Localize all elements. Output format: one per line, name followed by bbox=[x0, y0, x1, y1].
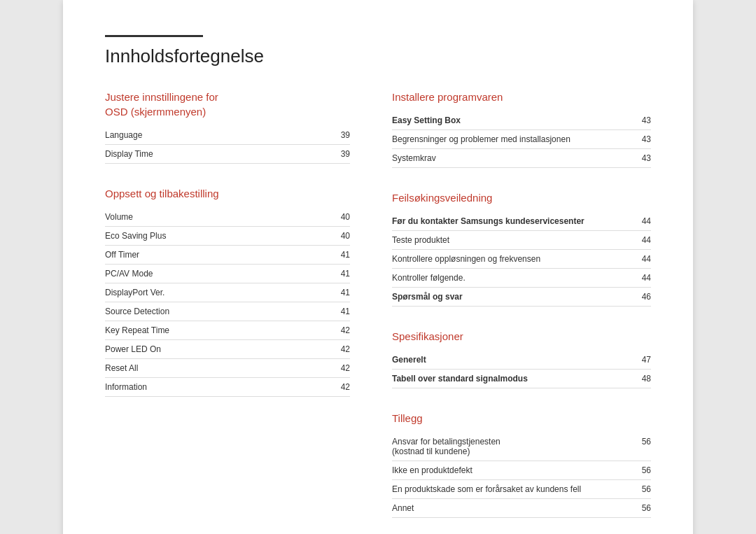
list-item: Power LED On 42 bbox=[105, 340, 350, 359]
item-label: Off Timer bbox=[105, 250, 341, 260]
section-tillegg: Tillegg Ansvar for betalingstjenesten(ko… bbox=[392, 411, 651, 518]
item-label: Display Time bbox=[105, 149, 341, 159]
item-label: Spørsmål og svar bbox=[392, 292, 642, 302]
item-page: 43 bbox=[642, 134, 651, 144]
item-label: Ansvar for betalingstjenesten(kostnad ti… bbox=[392, 437, 500, 456]
item-label: PC/AV Mode bbox=[105, 269, 341, 279]
item-label: Language bbox=[105, 130, 341, 140]
content-area: Justere innstillingene forOSD (skjermmen… bbox=[105, 90, 651, 534]
item-page: 47 bbox=[642, 355, 651, 365]
item-page: 44 bbox=[642, 216, 651, 226]
page-container: Innholdsfortegnelse Justere innstillinge… bbox=[63, 0, 693, 534]
list-item: Display Time 39 bbox=[105, 145, 350, 164]
left-column: Justere innstillingene forOSD (skjermmen… bbox=[105, 90, 378, 534]
section-title-tillegg: Tillegg bbox=[392, 411, 651, 426]
list-item: Generelt 47 bbox=[392, 351, 651, 370]
section-feilsoking: Feilsøkingsveiledning Før du kontakter S… bbox=[392, 190, 651, 307]
section-title-feilsoking: Feilsøkingsveiledning bbox=[392, 190, 651, 205]
list-item: Før du kontakter Samsungs kundeservicese… bbox=[392, 212, 651, 231]
section-oppsett: Oppsett og tilbakestilling Volume 40 Eco… bbox=[105, 186, 350, 397]
item-label: DisplayPort Ver. bbox=[105, 288, 341, 297]
list-item: Reset All 42 bbox=[105, 359, 350, 378]
item-page: 56 bbox=[642, 437, 651, 456]
item-page: 43 bbox=[642, 153, 651, 163]
section-title-installere: Installere programvaren bbox=[392, 90, 651, 104]
item-label: Generelt bbox=[392, 355, 642, 365]
item-label: Power LED On bbox=[105, 344, 341, 354]
list-item: Volume 40 bbox=[105, 208, 350, 227]
list-item: DisplayPort Ver. 41 bbox=[105, 283, 350, 302]
section-spesifikasjoner: Spesifikasjoner Generelt 47 Tabell over … bbox=[392, 329, 651, 388]
item-page: 44 bbox=[642, 254, 651, 264]
item-page: 46 bbox=[642, 292, 651, 302]
list-item: Annet 56 bbox=[392, 499, 651, 518]
item-label: Kontrollere oppløsningen og frekvensen bbox=[392, 254, 642, 264]
item-page: 40 bbox=[341, 231, 350, 241]
item-page: 43 bbox=[642, 115, 651, 125]
item-row: Ansvar for betalingstjenesten(kostnad ti… bbox=[392, 437, 651, 456]
item-label: Annet bbox=[392, 503, 642, 513]
section-title-osd: Justere innstillingene forOSD (skjermmen… bbox=[105, 90, 350, 119]
item-label: Reset All bbox=[105, 363, 341, 373]
list-item: Systemkrav 43 bbox=[392, 149, 651, 168]
section-title-spesifikasjoner: Spesifikasjoner bbox=[392, 329, 651, 344]
item-page: 39 bbox=[341, 149, 350, 159]
item-page: 41 bbox=[341, 288, 350, 297]
list-item: Eco Saving Plus 40 bbox=[105, 227, 350, 246]
item-label: Volume bbox=[105, 212, 341, 222]
item-page: 42 bbox=[341, 344, 350, 354]
item-page: 56 bbox=[642, 484, 651, 494]
list-item: Kontrollere oppløsningen og frekvensen 4… bbox=[392, 250, 651, 269]
item-label: Teste produktet bbox=[392, 235, 642, 245]
title-bar bbox=[105, 35, 203, 37]
item-label: Begrensninger og problemer med installas… bbox=[392, 134, 642, 144]
list-item: Begrensninger og problemer med installas… bbox=[392, 130, 651, 149]
item-page: 41 bbox=[341, 307, 350, 316]
list-item: PC/AV Mode 41 bbox=[105, 265, 350, 283]
item-label: En produktskade som er forårsaket av kun… bbox=[392, 484, 642, 494]
item-page: 41 bbox=[341, 250, 350, 260]
list-item: En produktskade som er forårsaket av kun… bbox=[392, 480, 651, 499]
item-label: Før du kontakter Samsungs kundeservicese… bbox=[392, 216, 642, 226]
list-item: Easy Setting Box 43 bbox=[392, 111, 651, 130]
list-item: Key Repeat Time 42 bbox=[105, 321, 350, 340]
item-label: Easy Setting Box bbox=[392, 115, 642, 125]
right-column: Installere programvaren Easy Setting Box… bbox=[378, 90, 651, 534]
item-label: Source Detection bbox=[105, 307, 341, 316]
item-label: Information bbox=[105, 382, 341, 392]
item-page: 42 bbox=[341, 363, 350, 373]
item-label: Key Repeat Time bbox=[105, 325, 341, 335]
section-osd: Justere innstillingene forOSD (skjermmen… bbox=[105, 90, 350, 164]
item-page: 40 bbox=[341, 212, 350, 222]
section-installere: Installere programvaren Easy Setting Box… bbox=[392, 90, 651, 168]
item-label: Tabell over standard signalmodus bbox=[392, 374, 642, 384]
list-item: Ansvar for betalingstjenesten(kostnad ti… bbox=[392, 433, 651, 461]
item-page: 44 bbox=[642, 235, 651, 245]
item-label: Ikke en produktdefekt bbox=[392, 465, 642, 475]
list-item: Kontroller følgende. 44 bbox=[392, 269, 651, 288]
list-item: Ikke en produktdefekt 56 bbox=[392, 461, 651, 480]
item-label: Systemkrav bbox=[392, 153, 642, 163]
list-item: Language 39 bbox=[105, 126, 350, 145]
list-item: Spørsmål og svar 46 bbox=[392, 288, 651, 307]
item-page: 44 bbox=[642, 273, 651, 283]
list-item: Teste produktet 44 bbox=[392, 231, 651, 250]
item-page: 56 bbox=[642, 465, 651, 475]
item-page: 42 bbox=[341, 325, 350, 335]
item-label: Kontroller følgende. bbox=[392, 273, 642, 283]
list-item: Tabell over standard signalmodus 48 bbox=[392, 370, 651, 388]
item-page: 41 bbox=[341, 269, 350, 279]
list-item: Off Timer 41 bbox=[105, 246, 350, 265]
item-page: 39 bbox=[341, 130, 350, 140]
item-page: 42 bbox=[341, 382, 350, 392]
item-label: Eco Saving Plus bbox=[105, 231, 341, 241]
list-item: Information 42 bbox=[105, 378, 350, 397]
item-page: 56 bbox=[642, 503, 651, 513]
page-title: Innholdsfortegnelse bbox=[105, 45, 651, 67]
item-page: 48 bbox=[642, 374, 651, 384]
section-title-oppsett: Oppsett og tilbakestilling bbox=[105, 186, 350, 201]
list-item: Source Detection 41 bbox=[105, 302, 350, 321]
